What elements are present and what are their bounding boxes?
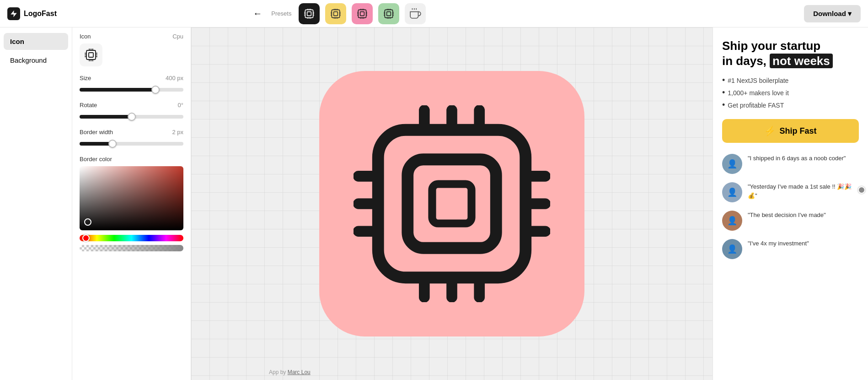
download-button[interactable]: Download ▾ bbox=[804, 5, 861, 22]
border-color-section: Border color bbox=[80, 156, 183, 251]
color-picker-cursor bbox=[84, 218, 91, 226]
testimonial-1: 👤 "I shipped in 6 days as a noob coder" bbox=[722, 154, 859, 174]
bullet-2: 1,000+ makers love it bbox=[722, 88, 859, 98]
color-picker-gradient[interactable] bbox=[80, 166, 183, 230]
sidebar-tabs: Icon Background bbox=[0, 27, 72, 380]
avatar-1: 👤 bbox=[722, 154, 742, 174]
rotate-label: Rotate bbox=[80, 102, 97, 109]
cpu-preview-icon bbox=[84, 48, 98, 62]
topbar: LogoFast ← Presets Download ▾ bbox=[0, 0, 868, 27]
rotate-control-section: Rotate 0° bbox=[80, 102, 183, 120]
svg-rect-0 bbox=[305, 10, 313, 17]
svg-rect-73 bbox=[378, 130, 526, 278]
logo-canvas bbox=[319, 71, 584, 337]
avatar-4: 👤 bbox=[722, 239, 742, 259]
ad-headline: Ship your startup in days, not weeks bbox=[722, 38, 859, 68]
preset-item-1[interactable] bbox=[299, 3, 320, 24]
testimonials: 👤 "I shipped in 6 days as a noob coder" … bbox=[722, 154, 859, 259]
hue-slider[interactable] bbox=[80, 235, 183, 241]
testimonial-1-text: "I shipped in 6 days as a noob coder" bbox=[748, 154, 846, 163]
app-credit: App by Marc Lou bbox=[269, 369, 311, 375]
svg-rect-60 bbox=[89, 53, 93, 57]
author-link[interactable]: Marc Lou bbox=[288, 369, 311, 375]
rotate-slider[interactable] bbox=[80, 115, 183, 119]
preset-item-3[interactable] bbox=[352, 3, 373, 24]
svg-rect-59 bbox=[86, 50, 96, 60]
ship-fast-button[interactable]: ⚡ Ship Fast bbox=[722, 119, 859, 143]
main-layout: Icon Background Icon Cpu bbox=[0, 27, 868, 380]
back-button[interactable]: ← bbox=[249, 5, 266, 22]
testimonial-4: 👤 "I've 4x my investment" bbox=[722, 239, 859, 259]
rotate-value: 0° bbox=[178, 102, 183, 109]
border-width-label: Border width bbox=[80, 129, 113, 136]
svg-rect-14 bbox=[332, 10, 340, 17]
bullet-1: #1 NextJS boilerplate bbox=[722, 76, 859, 85]
icon-preview[interactable] bbox=[80, 43, 102, 66]
icon-value: Cpu bbox=[172, 33, 183, 40]
bolt-icon: ⚡ bbox=[764, 125, 776, 136]
alpha-slider[interactable] bbox=[80, 245, 183, 251]
right-panel: Ship your startup in days, not weeks #1 … bbox=[713, 27, 868, 380]
avatar-3: 👤 bbox=[722, 211, 742, 231]
avatar-2: 👤 bbox=[722, 182, 742, 202]
controls-panel: Icon Cpu Size 400 px bbox=[72, 27, 191, 380]
svg-rect-43 bbox=[387, 11, 391, 16]
ship-btn-label: Ship Fast bbox=[779, 126, 816, 136]
svg-rect-29 bbox=[360, 11, 364, 16]
border-width-value: 2 px bbox=[172, 129, 183, 136]
icon-control-row: Icon Cpu bbox=[80, 33, 183, 40]
rotate-control-row: Rotate 0° bbox=[80, 102, 183, 109]
border-width-row: Border width 2 px bbox=[80, 129, 183, 136]
svg-rect-74 bbox=[407, 159, 496, 248]
tab-icon[interactable]: Icon bbox=[4, 33, 68, 50]
ad-highlight: not weeks bbox=[770, 54, 833, 68]
svg-rect-42 bbox=[385, 10, 393, 17]
svg-rect-1 bbox=[307, 11, 311, 16]
size-label: Size bbox=[80, 75, 91, 81]
testimonial-2-text: "Yesterday I've made a 1st sale !! 🎉🎉💰" bbox=[748, 182, 859, 200]
border-width-slider[interactable] bbox=[80, 142, 183, 146]
border-width-section: Border width 2 px bbox=[80, 129, 183, 147]
border-color-row: Border color bbox=[80, 156, 183, 163]
size-value: 400 px bbox=[166, 75, 183, 81]
size-slider[interactable] bbox=[80, 88, 183, 92]
logo-area: LogoFast bbox=[7, 7, 57, 20]
testimonial-3-text: "The best decision I've made" bbox=[748, 211, 826, 220]
preset-item-4[interactable] bbox=[378, 3, 399, 24]
presets-label: Presets bbox=[271, 10, 291, 17]
canvas-area: App by Marc Lou bbox=[191, 27, 713, 380]
app-name: LogoFast bbox=[24, 10, 57, 18]
size-control-section: Size 400 px bbox=[80, 75, 183, 93]
svg-rect-75 bbox=[432, 184, 472, 223]
ad-bullets: #1 NextJS boilerplate 1,000+ makers love… bbox=[722, 76, 859, 110]
bullet-3: Get profitable FAST bbox=[722, 100, 859, 110]
cpu-main-icon bbox=[354, 105, 550, 302]
svg-rect-28 bbox=[359, 10, 366, 17]
testimonial-3: 👤 "The best decision I've made" bbox=[722, 211, 859, 231]
app-logo-icon bbox=[7, 7, 20, 20]
presets-area: ← Presets bbox=[249, 3, 426, 24]
icon-control-section: Icon Cpu bbox=[80, 33, 183, 66]
tab-background[interactable]: Background bbox=[4, 52, 68, 69]
testimonial-2: 👤 "Yesterday I've made a 1st sale !! 🎉🎉💰… bbox=[722, 182, 859, 202]
svg-rect-15 bbox=[334, 11, 338, 16]
testimonial-4-text: "I've 4x my investment" bbox=[748, 239, 809, 248]
preset-item-2[interactable] bbox=[325, 3, 346, 24]
preset-item-5[interactable] bbox=[405, 3, 426, 24]
border-color-label: Border color bbox=[80, 156, 112, 163]
size-control-row: Size 400 px bbox=[80, 75, 183, 81]
icon-label: Icon bbox=[80, 33, 91, 40]
